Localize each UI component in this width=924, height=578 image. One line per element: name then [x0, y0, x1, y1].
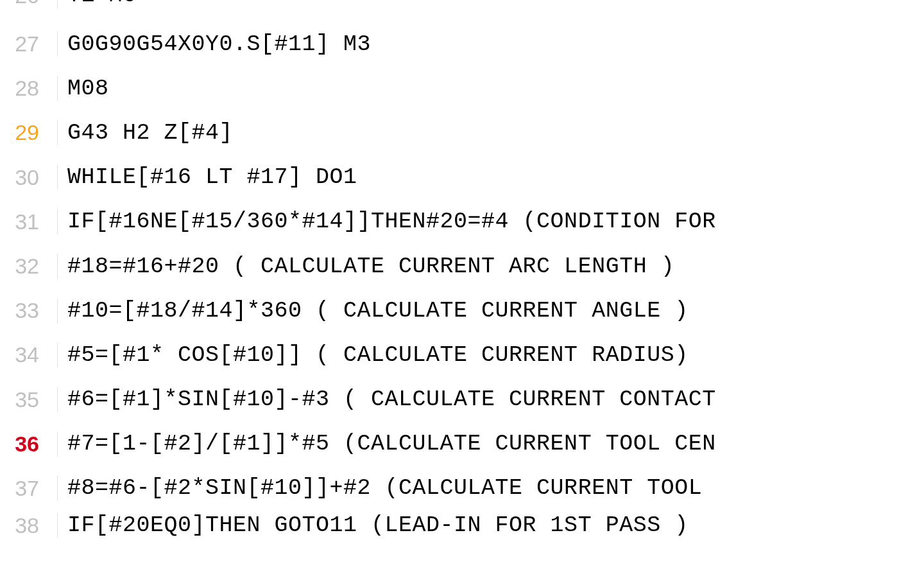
code-content[interactable]: #10=[#18/#14]*360 ( CALCULATE CURRENT AN…	[58, 298, 689, 324]
code-line[interactable]: 27 G0G90G54X0Y0.S[#11] M3	[0, 22, 924, 66]
code-content[interactable]: G0G90G54X0Y0.S[#11] M3	[58, 31, 371, 57]
line-number[interactable]: 36	[0, 432, 58, 457]
line-number[interactable]: 37	[0, 476, 58, 501]
code-line[interactable]: 32 #18=#16+#20 ( CALCULATE CURRENT ARC L…	[0, 244, 924, 288]
code-line[interactable]: 35 #6=[#1]*SIN[#10]-#3 ( CALCULATE CURRE…	[0, 378, 924, 422]
code-line[interactable]: 36 #7=[1-[#2]/[#1]]*#5 (CALCULATE CURREN…	[0, 422, 924, 466]
code-line[interactable]: 26 T1 M6	[0, 0, 924, 22]
code-content[interactable]: IF[#16NE[#15/360*#14]]THEN#20=#4 (CONDIT…	[58, 209, 716, 234]
code-content[interactable]: #8=#6-[#2*SIN[#10]]+#2 (CALCULATE CURREN…	[58, 475, 716, 501]
line-number[interactable]: 34	[0, 342, 58, 367]
line-number[interactable]: 31	[0, 209, 58, 234]
code-content[interactable]: T1 M6	[58, 0, 137, 8]
line-number[interactable]: 29	[0, 120, 58, 145]
code-line[interactable]: 28 M08	[0, 66, 924, 110]
line-number[interactable]: 27	[0, 31, 58, 57]
code-line[interactable]: 38 IF[#20EQ0]THEN GOTO11 (LEAD-IN FOR 1S…	[0, 511, 924, 540]
code-content[interactable]: M08	[58, 76, 109, 101]
code-line[interactable]: 29 G43 H2 Z[#4]	[0, 110, 924, 155]
code-line[interactable]: 33 #10=[#18/#14]*360 ( CALCULATE CURRENT…	[0, 288, 924, 333]
code-content[interactable]: #18=#16+#20 ( CALCULATE CURRENT ARC LENG…	[58, 254, 674, 279]
line-number[interactable]: 30	[0, 165, 58, 190]
line-number[interactable]: 32	[0, 254, 58, 279]
code-content[interactable]: #6=[#1]*SIN[#10]-#3 ( CALCULATE CURRENT …	[58, 387, 716, 412]
line-number[interactable]: 28	[0, 76, 58, 101]
code-line[interactable]: 31 IF[#16NE[#15/360*#14]]THEN#20=#4 (CON…	[0, 200, 924, 244]
code-content[interactable]: IF[#20EQ0]THEN GOTO11 (LEAD-IN FOR 1ST P…	[58, 512, 689, 538]
code-content[interactable]: WHILE[#16 LT #17] DO1	[58, 164, 357, 190]
code-line[interactable]: 30 WHILE[#16 LT #17] DO1	[0, 155, 924, 200]
line-number[interactable]: 33	[0, 298, 58, 323]
line-number[interactable]: 38	[0, 513, 58, 538]
code-editor[interactable]: 26 T1 M6 27 G0G90G54X0Y0.S[#11] M3 28 M0…	[0, 0, 924, 578]
code-content[interactable]: G43 H2 Z[#4]	[58, 120, 233, 146]
code-content[interactable]: #7=[1-[#2]/[#1]]*#5 (CALCULATE CURRENT T…	[58, 431, 716, 457]
code-line[interactable]: 34 #5=[#1* COS[#10]] ( CALCULATE CURRENT…	[0, 333, 924, 377]
code-content[interactable]: #5=[#1* COS[#10]] ( CALCULATE CURRENT RA…	[58, 342, 689, 368]
line-number[interactable]: 35	[0, 387, 58, 412]
code-line[interactable]: 37 #8=#6-[#2*SIN[#10]]+#2 (CALCULATE CUR…	[0, 466, 924, 511]
line-number[interactable]: 26	[0, 0, 58, 8]
